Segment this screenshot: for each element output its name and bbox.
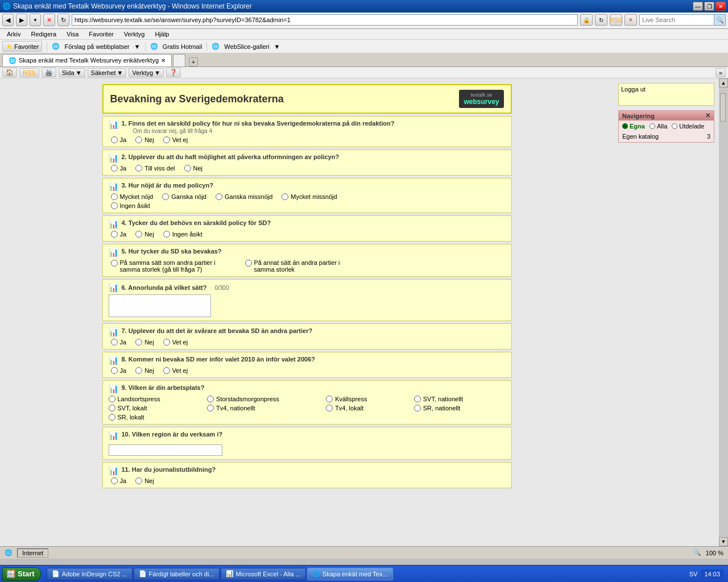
q3-radio-gmissnojd[interactable] <box>216 193 222 200</box>
toolbar-tools[interactable]: Verktyg ▼ <box>129 68 164 77</box>
q2-opt-ja[interactable]: Ja <box>111 165 127 172</box>
nav-radio-utdelade[interactable] <box>672 123 677 129</box>
q5-radio-samma[interactable] <box>111 260 118 267</box>
tab-active[interactable]: 🌐 Skapa enkät med Textalk Websurvey enkä… <box>2 54 172 66</box>
scroll-up-button[interactable]: ▲ <box>719 78 728 88</box>
q10-input[interactable] <box>109 444 222 456</box>
q3-radio-ingenasikt[interactable] <box>111 202 118 209</box>
search-input[interactable] <box>640 15 714 25</box>
scroll-down-button[interactable]: ▼ <box>719 537 728 546</box>
q6-textarea[interactable] <box>109 294 211 317</box>
q8-opt-vetej[interactable]: Vet ej <box>163 367 188 374</box>
q9-radio-svtlok[interactable] <box>109 405 115 411</box>
q1-radio-ja[interactable] <box>111 136 118 143</box>
stop-addr-button[interactable]: ✕ <box>624 14 637 26</box>
q7-opt-vetej[interactable]: Vet ej <box>163 339 188 346</box>
q9-radio-tv4nat[interactable] <box>207 405 214 411</box>
q3-opt-gmissnojd[interactable]: Ganska missnöjd <box>216 193 272 200</box>
nav-option-alla[interactable]: Alla <box>650 123 667 130</box>
refresh-addr-button[interactable]: ↻ <box>595 14 607 26</box>
q5-opt-samma[interactable]: På samma sätt som andra partier i samma … <box>111 259 236 273</box>
nav-radio-egna[interactable] <box>622 123 628 129</box>
q9-radio-kvall[interactable] <box>326 396 333 402</box>
q2-radio-nej[interactable] <box>184 165 191 172</box>
q9-opt-svtnat[interactable]: SVT, nationellt <box>414 396 506 402</box>
q1-radio-vetej[interactable] <box>163 136 170 143</box>
toolbar-security[interactable]: Säkerhet ▼ <box>88 68 127 77</box>
tab-new-placeholder[interactable] <box>173 54 185 66</box>
q7-opt-ja[interactable]: Ja <box>111 339 127 346</box>
q4-opt-ja[interactable]: Ja <box>111 231 127 238</box>
scroll-thumb[interactable] <box>720 93 726 122</box>
forward-button[interactable]: ▶ <box>16 14 27 26</box>
q4-radio-ja[interactable] <box>111 231 118 238</box>
q7-radio-ja[interactable] <box>111 339 118 346</box>
minimize-button[interactable]: — <box>693 2 703 11</box>
tab-close[interactable]: ✕ <box>161 57 166 64</box>
q9-opt-kvall[interactable]: Kvällspress <box>326 396 410 402</box>
q9-opt-storstads[interactable]: Storstadsmorgonpress <box>207 396 321 402</box>
q9-radio-svtnat[interactable] <box>414 396 421 402</box>
q3-opt-mmissnojd[interactable]: Mycket missnöjd <box>282 193 337 200</box>
q9-opt-svtlok[interactable]: SVT, lokalt <box>109 405 203 411</box>
q4-radio-nej[interactable] <box>135 231 142 238</box>
q3-radio-gnojd[interactable] <box>162 193 169 200</box>
q9-radio-storstads[interactable] <box>207 396 214 402</box>
q9-opt-tv4lok[interactable]: Tv4, lokalt <box>326 405 410 411</box>
q9-opt-tv4nat[interactable]: Tv4, nationellt <box>207 405 321 411</box>
menu-visa[interactable]: Visa <box>62 30 83 39</box>
nav-panel-close[interactable]: ✕ <box>705 112 710 119</box>
q7-radio-nej[interactable] <box>135 339 142 346</box>
q2-radio-ja[interactable] <box>111 165 118 172</box>
q1-opt-vetej[interactable]: Vet ej <box>163 136 188 143</box>
nav-radio-alla[interactable] <box>650 123 655 129</box>
q7-opt-nej[interactable]: Nej <box>135 339 154 346</box>
toolbar-expand[interactable]: » <box>715 68 726 77</box>
menu-favoriter[interactable]: Favoriter <box>84 30 118 39</box>
toolbar-rss[interactable]: RSS <box>19 68 39 77</box>
dropdown-button[interactable]: ▼ <box>30 14 41 26</box>
scroll-track[interactable] <box>719 88 728 537</box>
search-button[interactable]: 🔍 <box>714 15 725 25</box>
fav-item-1[interactable]: Förslag på webbplatser <box>64 43 129 50</box>
q2-radio-tillviss[interactable] <box>135 165 142 172</box>
q1-radio-nej[interactable] <box>135 136 142 143</box>
q9-opt-srlok[interactable]: SR, lokalt <box>109 414 203 421</box>
close-button[interactable]: ✕ <box>715 2 726 11</box>
toolbar-home[interactable]: 🏠 <box>2 68 17 77</box>
q3-radio-mmissnojd[interactable] <box>282 193 288 200</box>
nav-option-egna[interactable]: Egna <box>622 123 645 130</box>
q8-opt-nej[interactable]: Nej <box>135 367 154 374</box>
q11-opt-ja[interactable]: Ja <box>111 477 127 484</box>
stop-button[interactable]: ✕ <box>43 14 55 26</box>
q11-opt-nej[interactable]: Nej <box>135 477 154 484</box>
fav-dropdown-2[interactable]: ▼ <box>274 43 280 50</box>
menu-hjalp[interactable]: Hjälp <box>150 30 173 39</box>
q4-opt-nej[interactable]: Nej <box>135 231 154 238</box>
q5-opt-annat[interactable]: På annat sätt än andra partier i samma s… <box>245 259 348 273</box>
new-tab-button[interactable]: + <box>189 57 198 66</box>
q3-opt-ingenasikt[interactable]: Ingen åsikt <box>111 202 150 209</box>
fav-dropdown-1[interactable]: ▼ <box>134 43 140 50</box>
nav-option-utdelade[interactable]: Utdelade <box>672 123 704 130</box>
address-input[interactable] <box>72 14 578 26</box>
q9-opt-lands[interactable]: Landsortspress <box>109 396 203 402</box>
q8-radio-vetej[interactable] <box>163 367 170 374</box>
q9-radio-srnat[interactable] <box>414 405 421 411</box>
menu-arkiv[interactable]: Arkiv <box>2 30 25 39</box>
toolbar-print[interactable]: 🖨️ <box>42 68 56 77</box>
q1-opt-nej[interactable]: Nej <box>135 136 154 143</box>
q3-opt-mynojd[interactable]: Mycket nöjd <box>111 193 154 200</box>
q8-opt-ja[interactable]: Ja <box>111 367 127 374</box>
fav-item-3[interactable]: WebSlice-galleri <box>224 43 269 50</box>
menu-verktyg[interactable]: Verktyg <box>119 30 150 39</box>
restore-button[interactable]: ❐ <box>704 2 714 11</box>
q8-radio-nej[interactable] <box>135 367 142 374</box>
menu-redigera[interactable]: Redigera <box>26 30 61 39</box>
q9-radio-lands[interactable] <box>109 396 115 402</box>
rss-button[interactable]: RSS <box>610 14 622 26</box>
toolbar-page[interactable]: Sida ▼ <box>59 68 85 77</box>
favorites-button[interactable]: ★ Favoriter <box>2 41 42 52</box>
q2-opt-nej[interactable]: Nej <box>184 165 203 172</box>
q4-radio-ingenasikt[interactable] <box>163 231 170 238</box>
